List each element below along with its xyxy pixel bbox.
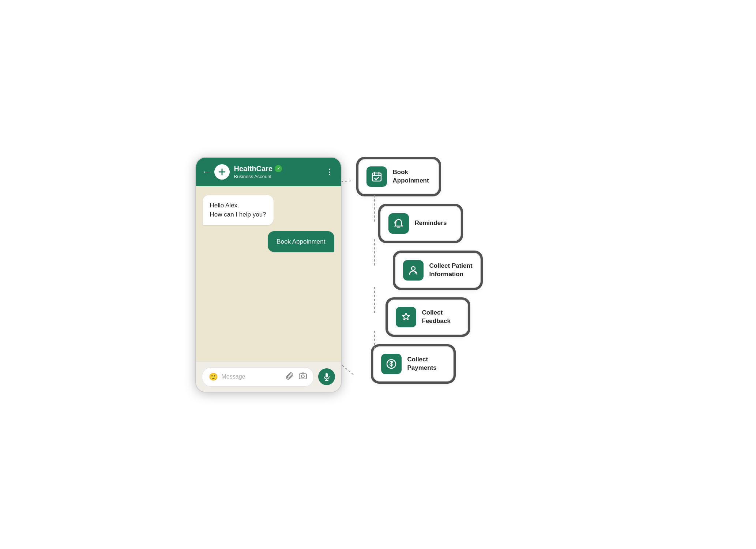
payments-label: CollectPayments <box>407 356 437 372</box>
verified-badge: ✓ <box>275 165 282 172</box>
right-panel: BookAppoinment Reminders <box>342 157 561 384</box>
card-wrapper-reminders: Reminders <box>378 204 561 243</box>
app-name-text: HealthCare <box>234 165 273 173</box>
svg-point-4 <box>301 375 304 378</box>
svg-point-20 <box>411 267 415 270</box>
camera-icon[interactable] <box>299 372 307 382</box>
feature-card-payments[interactable]: CollectPayments <box>373 346 454 381</box>
card-wrapper-payments: CollectPayments <box>371 344 561 384</box>
attachment-icon[interactable] <box>286 372 294 382</box>
feature-card-book-appointment[interactable]: BookAppoinment <box>358 159 439 194</box>
feedback-icon <box>396 307 416 327</box>
received-message: Hello Alex. How can I help you? <box>203 195 274 225</box>
reminders-label: Reminders <box>415 219 447 227</box>
feature-card-patient-info[interactable]: Collect PatientInformation <box>395 253 481 288</box>
phone-ui: ← HealthCare ✓ Business Account ⋮ Hell <box>195 157 342 392</box>
svg-point-19 <box>398 219 399 220</box>
more-options-button[interactable]: ⋮ <box>326 167 334 177</box>
scene: ← HealthCare ✓ Business Account ⋮ Hell <box>195 157 561 392</box>
svg-rect-5 <box>326 373 328 377</box>
business-name: HealthCare ✓ <box>234 165 321 173</box>
chat-body: Hello Alex. How can I help you? Book App… <box>196 186 341 362</box>
book-appointment-icon <box>366 166 387 187</box>
mic-button[interactable] <box>318 368 335 385</box>
account-subtitle: Business Account <box>234 174 321 179</box>
book-appointment-label: BookAppoinment <box>393 168 429 184</box>
reminders-icon <box>388 213 409 234</box>
emoji-icon[interactable]: 🙂 <box>209 372 218 381</box>
patient-info-icon <box>403 260 424 281</box>
feature-card-reminders[interactable]: Reminders <box>380 206 461 241</box>
card-wrapper-patient: Collect PatientInformation <box>393 251 561 290</box>
back-button[interactable]: ← <box>203 168 210 176</box>
feedback-label: CollectFeedback <box>422 309 451 325</box>
chat-header: ← HealthCare ✓ Business Account ⋮ <box>196 158 341 186</box>
sent-message: Book Appoinment <box>268 231 334 252</box>
card-wrapper-book: BookAppoinment <box>356 157 561 196</box>
message-placeholder[interactable]: Message <box>222 373 282 380</box>
chat-footer: 🙂 Message <box>196 362 341 392</box>
message-input-area[interactable]: 🙂 Message <box>202 367 314 387</box>
avatar <box>214 164 230 180</box>
input-icons <box>286 372 307 382</box>
patient-info-label: Collect PatientInformation <box>429 262 473 278</box>
card-wrapper-feedback: CollectFeedback <box>385 297 561 337</box>
svg-rect-14 <box>372 173 381 181</box>
payments-icon <box>381 354 402 374</box>
header-info: HealthCare ✓ Business Account <box>234 165 321 179</box>
feature-card-feedback[interactable]: CollectFeedback <box>388 300 468 335</box>
